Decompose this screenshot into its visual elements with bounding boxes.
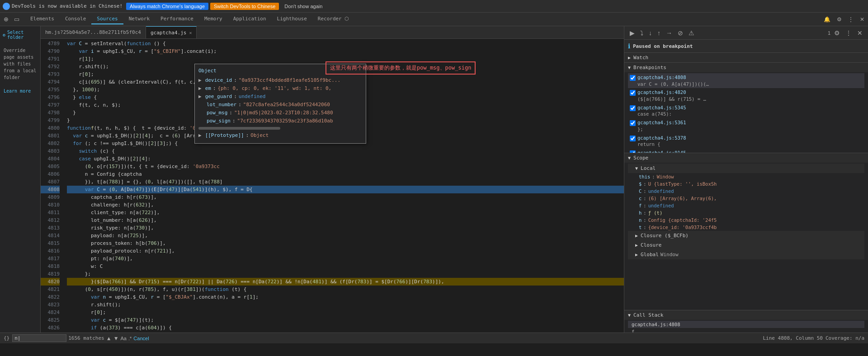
breakpoints-arrow: ▼ [628,65,631,70]
tab-elements[interactable]: Elements [25,14,60,24]
paused-text: Paused on breakpoint [633,43,693,49]
scope-global-header[interactable]: ▶ Global Window [628,250,864,259]
bp-item-9145: gcaptcha4.js:9145 var e = (0, C[a(149)])… [628,149,864,153]
code-line-4815: process_token: h[b(706)], [67,239,624,247]
code-line-4820: }($[Da(766)] && Dr(715) === n[Dr(722)] |… [67,278,624,286]
breakpoints-label: Breakpoints [633,65,666,70]
annotation-text: 这里只有两个稍微重要的参数，就是pow_msg、pow_sign [330,65,471,71]
step-out-button[interactable]: ↑ [656,28,662,37]
code-line-4807: }), t[a(788)] = {}, (0, l[a(47)])([], t[… [67,178,624,186]
scope-closure-header[interactable]: ▶ Closure ($_BCFb) [628,231,864,240]
gear-button[interactable]: ⚙ [832,28,842,37]
select-folder-button[interactable]: ⊕ Select folder [0,26,40,43]
popup-prop-device-id: ▶ device_id : "0a9373ccf4bdded8f1eafe510… [198,76,362,84]
object-popup: Object ▶ device_id : "0a9373ccf4bdded8f1… [194,64,366,144]
deactivate-button[interactable]: ⊘ [676,28,685,37]
scope-local-header[interactable]: ▼ Local [628,164,864,173]
resume-button[interactable]: ▶ [628,28,637,37]
code-line-4824: r[0]; [67,309,624,316]
more-button[interactable]: ⋮ [844,28,854,37]
next-match-button[interactable]: ▼ [113,335,119,342]
tab-lighthouse[interactable]: Lighthouse [272,14,312,24]
watch-section: ▶ Watch [624,53,868,63]
code-line-4821: (0, s[r(450)])(n, r(785), f, u)(r[381])(… [67,286,624,293]
popup-prop-lot-number: lot_number : "827c8afea2544c34a0df524420… [198,101,362,109]
callstack-item-4808[interactable]: gcaptcha4.js:4808 [628,321,864,328]
expand-arrow[interactable]: ▶ [198,76,202,84]
code-line-4808: var C = (0, A[Da(47)])(E[Dr(47)][Da(541)… [67,186,624,193]
tab-recorder[interactable]: Recorder ⬡ [312,14,355,24]
no-devtools-button[interactable]: 1 [828,30,830,36]
tab-console[interactable]: Console [60,14,91,24]
expand-arrow-gee[interactable]: ▶ [198,93,202,101]
paused-banner: ℹ Paused on breakpoint [624,40,868,53]
callstack-label: Call Stack [633,312,663,318]
step-button[interactable]: → [664,28,674,37]
pause-on-exceptions-button[interactable]: ⚠ [687,28,696,37]
close-devtools-button[interactable]: ✕ [855,28,864,37]
code-line-4806: n = Config {captcha [67,170,624,178]
regex-button[interactable]: .* [128,336,132,341]
left-panel: ⊕ Select folder Override page assets wit… [0,26,41,343]
step-over-button[interactable]: ⤵ [638,28,645,37]
code-line-4810: challenge: h[r(632)], [67,201,624,209]
prev-match-button[interactable]: ▲ [106,335,112,342]
watch-header[interactable]: ▶ Watch [624,53,868,62]
notifications-icon[interactable]: 🔔 [822,15,832,23]
learn-more-link[interactable]: Learn more [4,89,31,94]
cancel-button[interactable]: Cancel [133,336,149,341]
tab-application[interactable]: Application [228,14,272,24]
code-line-4822: var n = uphgI.$_CU, r = ["$_CBJAx"].conc… [67,293,624,301]
format-icon[interactable]: {} [4,335,9,341]
select-folder-icon: ⊕ [3,33,5,37]
watch-label: Watch [633,55,648,61]
bp-check-4820[interactable] [630,90,636,96]
code-line-4819: }; [67,270,624,278]
match-language-button[interactable]: Always match Chrome's language [126,3,208,10]
bp-file-4820: gcaptcha4.js:4820 [637,89,706,96]
breakpoints-header[interactable]: ▼ Breakpoints [624,63,868,72]
scope-closure-label: Closure ($_BCFb) [641,233,689,239]
tab-performance[interactable]: Performance [155,14,199,24]
expand-arrow-em[interactable]: ▶ [198,84,202,93]
bp-check-4808[interactable] [630,75,636,81]
close-icon[interactable]: ✕ [858,15,866,23]
code-line-4816: payload_protocol: n[r(721)], [67,247,624,255]
scope-closure2-header[interactable]: ▶ Closure [628,240,864,250]
popup-prop-pow-sign: pow_sign : "7cf23369343703259ac23f3a86d1… [198,117,362,125]
scope-c: c : (6) [Array(6), Array(6), [628,195,864,202]
tab-bar: ⊕ ▭ Elements Console Sources Network Per… [0,13,868,26]
editor-area: hm.js?25b04a5e7...88e2711fb5f0c4 gcaptch… [41,26,624,343]
file-tab-gcaptcha[interactable]: gcaptcha4.js ✕ [146,26,197,38]
tab-network[interactable]: Network [123,14,155,24]
bp-check-5361[interactable] [630,120,636,126]
bp-file-4808: gcaptcha4.js:4808 [637,74,709,81]
tab-memory[interactable]: Memory [199,14,228,24]
popup-prop-em: ▶ em : {ph: 0, cp: 0, ek: '11', wd: 1, n… [198,84,362,93]
callstack-header[interactable]: ▼ Call Stack [624,310,868,320]
switch-chinese-button[interactable]: Switch DevTools to Chinese [210,3,279,10]
dont-show-button[interactable]: Don't show again [281,3,326,10]
bp-check-5378[interactable] [630,136,636,141]
bp-check-5345[interactable] [630,105,636,111]
search-area: 1656 matches ▲ ▼ Aa .* Cancel [12,334,760,342]
file-tab-gcaptcha-close[interactable]: ✕ [189,30,192,35]
step-into-button[interactable]: ↓ [647,28,654,37]
inspect-button[interactable]: ⊕ [2,15,10,23]
settings-icon[interactable]: ⚙ [835,15,844,23]
debugger-toolbar: ▶ ⤵ ↓ ↑ → ⊘ ⚠ 1 ⚙ ⋮ ✕ [624,26,868,40]
file-tab-hm[interactable]: hm.js?25b04a5e7...88e2711fb5f0c4 [41,26,146,38]
more-icon[interactable]: ⋮ [846,15,855,23]
popup-prop-pow-msg: pow_msg : "1|0|md5|2023-02-23T10:28:32.5… [198,109,362,117]
bp-file-5378: gcaptcha4.js:5378 [637,135,686,141]
scope-f: f : undefined [628,202,864,209]
search-input[interactable] [12,334,66,342]
bp-code-5345: case a(745): [637,111,686,117]
match-case-button[interactable]: Aa [121,336,127,341]
scope-header[interactable]: ▼ Scope [624,153,868,163]
bp-code-5378: return { [637,141,686,148]
device-button[interactable]: ▭ [12,15,21,23]
tab-sources[interactable]: Sources [91,14,123,24]
bp-item-5345: gcaptcha4.js:5345 case a(745): [628,103,864,118]
expand-arrow-proto[interactable]: ▶ [198,131,202,140]
